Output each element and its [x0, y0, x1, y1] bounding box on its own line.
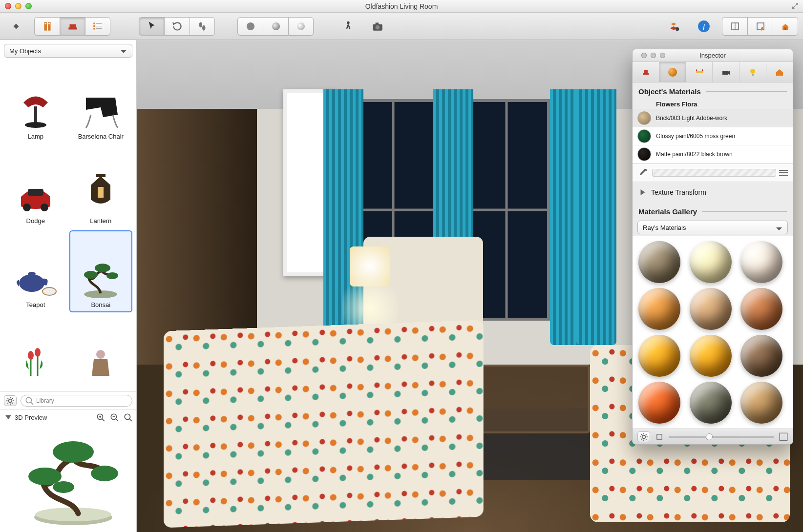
svg-point-5	[202, 25, 206, 30]
walk-tool-button[interactable]	[190, 17, 215, 36]
svg-line-44	[129, 419, 132, 421]
gallery-material-sphere[interactable]	[638, 241, 680, 283]
chevron-right-icon	[638, 188, 647, 197]
gallery-material-sphere[interactable]	[690, 288, 732, 330]
object-grid: Lamp Barselona Chair Dodge Lantern	[0, 61, 136, 391]
gear-icon	[639, 432, 648, 441]
gallery-material-sphere[interactable]	[638, 382, 680, 424]
svg-point-24	[28, 272, 36, 276]
thumb-large-icon[interactable]	[779, 432, 788, 441]
view-building-button[interactable]	[34, 17, 60, 36]
section-label: Object's Materials	[638, 87, 701, 96]
nav-back-forward-button[interactable]	[5, 17, 27, 36]
rotate-tool-button[interactable]	[164, 17, 190, 36]
render-high-button[interactable]	[288, 17, 314, 36]
tab-camera[interactable]	[713, 62, 740, 82]
gallery-category-dropdown[interactable]: Ray's Materials	[637, 221, 788, 234]
layout-2d-button[interactable]	[722, 17, 747, 36]
library-search-input[interactable]: Library	[21, 395, 132, 407]
object-cell-tulips[interactable]	[4, 314, 67, 388]
svg-point-18	[25, 122, 46, 128]
material-row[interactable]: Matte paint/8022 black brown	[633, 145, 793, 164]
view-list-button[interactable]	[85, 17, 110, 36]
gallery-settings-button[interactable]	[637, 431, 650, 442]
material-swatch	[637, 111, 651, 125]
object-cell-person[interactable]	[69, 314, 133, 388]
import-model-button[interactable]	[663, 17, 686, 36]
window-title: Oldfashion Living Room	[0, 2, 803, 10]
info-button[interactable]: i	[693, 17, 715, 36]
library-settings-button[interactable]	[4, 395, 17, 406]
gallery-material-sphere[interactable]	[740, 288, 782, 330]
thumb-small-icon[interactable]	[655, 432, 664, 441]
tulips-icon	[11, 341, 60, 384]
tab-house[interactable]	[766, 62, 793, 82]
gallery-material-sphere[interactable]	[690, 382, 732, 424]
texture-transform-disclosure[interactable]: Texture Transform	[633, 182, 793, 203]
material-tool-row	[633, 164, 793, 182]
gallery-material-sphere[interactable]	[638, 335, 680, 377]
material-dropzone[interactable]	[652, 169, 776, 177]
zoom-window-button[interactable]	[25, 3, 32, 9]
inspector-titlebar[interactable]: Inspector	[633, 49, 793, 62]
object-cell-barselona-chair[interactable]: Barselona Chair	[69, 61, 133, 144]
object-cell-lantern[interactable]: Lantern	[69, 146, 133, 228]
layout-house-button[interactable]	[773, 17, 798, 36]
teapot-icon	[11, 256, 60, 299]
svg-point-20	[23, 204, 31, 211]
gallery-material-sphere[interactable]	[690, 241, 732, 283]
render-low-button[interactable]	[237, 17, 263, 36]
main-toolbar: i	[0, 13, 803, 40]
minimize-window-button[interactable]	[15, 3, 21, 9]
zoom-fit-icon[interactable]	[124, 413, 132, 422]
list-menu-button[interactable]	[779, 170, 788, 176]
object-cell-teapot[interactable]: Teapot	[4, 230, 67, 313]
svg-rect-22	[98, 187, 104, 198]
gallery-material-sphere[interactable]	[690, 335, 732, 377]
object-cell-lamp[interactable]: Lamp	[4, 61, 67, 144]
eyedropper-button[interactable]	[637, 167, 649, 179]
eyedropper-icon	[639, 168, 648, 177]
walkthrough-button[interactable]	[337, 17, 359, 36]
layout-3d-button[interactable]	[747, 17, 773, 36]
thumbnail-size-slider[interactable]	[669, 436, 774, 438]
preview-header: 3D Preview	[0, 410, 136, 425]
library-category-dropdown[interactable]: My Objects	[4, 44, 132, 58]
select-tool-button[interactable]	[139, 17, 164, 36]
gallery-material-sphere[interactable]	[638, 288, 680, 330]
svg-point-25	[42, 287, 56, 295]
material-label: Brick/003 Light Adobe-work	[656, 115, 727, 122]
tab-measure[interactable]	[686, 62, 713, 82]
search-placeholder: Library	[36, 397, 54, 404]
svg-rect-16	[784, 27, 786, 30]
disclosure-triangle-icon[interactable]	[4, 413, 13, 422]
material-row[interactable]: Glossy paint/6005 moss green	[633, 127, 793, 145]
material-row[interactable]: Brick/003 Light Adobe-work	[633, 109, 793, 127]
render-med-button[interactable]	[263, 17, 288, 36]
view-furniture-button[interactable]	[60, 17, 85, 36]
render-quality-group	[237, 17, 314, 36]
gallery-material-sphere[interactable]	[740, 382, 782, 424]
object-cell-bonsai[interactable]: Bonsai	[69, 230, 133, 313]
tab-materials[interactable]	[659, 62, 686, 82]
snapshot-button[interactable]	[366, 17, 389, 36]
fullscreen-icon[interactable]	[791, 2, 799, 10]
inspector-min-button[interactable]	[651, 53, 656, 58]
inspector-zoom-button[interactable]	[660, 53, 665, 58]
svg-point-6	[347, 21, 349, 23]
svg-point-28	[95, 264, 110, 272]
gallery-material-sphere[interactable]	[740, 241, 782, 283]
inspector-close-button[interactable]	[641, 53, 647, 58]
preview-3d-view[interactable]	[0, 425, 136, 532]
inspector-title-label: Inspector	[699, 52, 725, 59]
svg-point-50	[53, 481, 74, 493]
object-cell-dodge[interactable]: Dodge	[4, 146, 67, 228]
tab-lighting[interactable]	[740, 62, 766, 82]
gallery-material-sphere[interactable]	[740, 335, 782, 377]
zoom-in-icon[interactable]	[96, 413, 105, 422]
tab-object[interactable]	[633, 62, 659, 82]
svg-rect-19	[28, 189, 43, 196]
zoom-out-icon[interactable]	[110, 413, 119, 422]
material-label: Glossy paint/6005 moss green	[656, 133, 735, 140]
close-window-button[interactable]	[5, 3, 11, 9]
